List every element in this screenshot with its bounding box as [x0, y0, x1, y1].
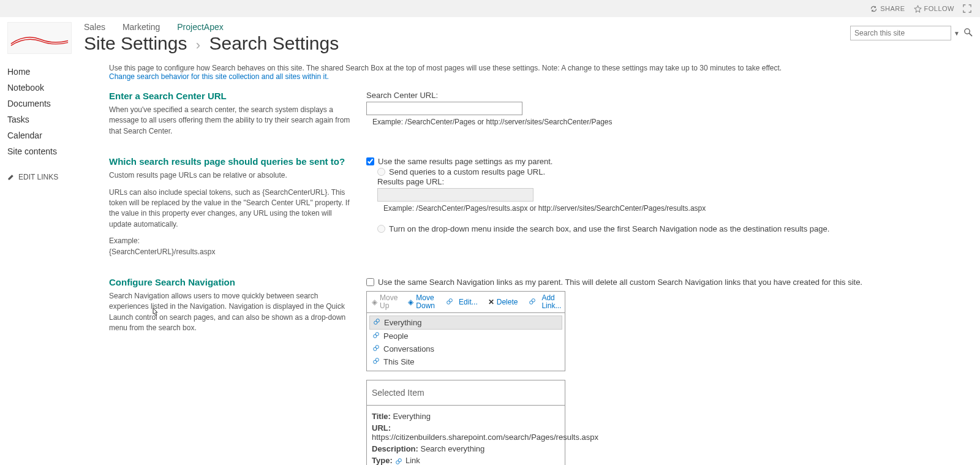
search-icon[interactable]: [963, 28, 973, 39]
sec1-label: Search Center URL:: [366, 91, 951, 100]
change-behavior-link[interactable]: Change search behavior for this site col…: [109, 72, 329, 81]
svg-point-9: [375, 333, 379, 336]
nav-same-as-parent-checkbox[interactable]: [366, 278, 374, 286]
intro-text: Use this page to configure how Search be…: [109, 64, 951, 81]
header: Sales Marketing ProjectApex Site Setting…: [0, 17, 980, 54]
dropdown-radio[interactable]: [377, 225, 385, 233]
sec1-title: Enter a Search Center URL: [109, 91, 354, 101]
sel-url-v: https://citizenbuilders.sharepoint.com/s…: [372, 433, 598, 442]
share-label: SHARE: [880, 5, 905, 12]
sel-title-k: Title:: [372, 412, 391, 421]
svg-point-11: [375, 346, 379, 349]
sel-type-v: Link: [405, 456, 420, 465]
add-l2: Link...: [541, 302, 561, 310]
breadcrumb-part1[interactable]: Site Settings: [84, 33, 187, 53]
custom-url-radio[interactable]: [377, 168, 385, 176]
follow-button[interactable]: FOLLOW: [914, 5, 954, 13]
sec1-hint: Example: /SearchCenter/Pages or http://s…: [366, 118, 951, 126]
nav-item-label: People: [383, 331, 408, 341]
nav-item-people[interactable]: People: [369, 330, 562, 342]
topnav-item-sales[interactable]: Sales: [84, 22, 105, 32]
use-parent-checkbox[interactable]: [366, 157, 374, 165]
search-center-url-input[interactable]: [366, 102, 522, 115]
search-scope-dropdown[interactable]: ▼: [954, 30, 960, 37]
nav-notebook[interactable]: Notebook: [7, 80, 99, 96]
nav-toolbar: ◈ Move Up ◈ MoveDown Edit... ✕ Delete: [366, 291, 565, 313]
nav-same-as-parent-label: Use the same Search Navigation links as …: [378, 278, 862, 287]
add-link-icon: [528, 297, 539, 308]
focus-icon[interactable]: [963, 4, 974, 13]
selected-item-panel: Selected Item Title: Everything URL:http…: [366, 380, 565, 465]
link-icon: [372, 331, 380, 341]
breadcrumb-sep: ›: [196, 37, 200, 53]
edit-label: Edit...: [459, 298, 478, 306]
svg-line-1: [969, 33, 972, 36]
site-search: ▼: [850, 26, 973, 40]
sec2-desc2: URLs can also include special tokens, su…: [109, 187, 354, 230]
add-link-button[interactable]: AddLink...: [523, 292, 567, 312]
nav-item-list: Everything People Conversations This Sit…: [366, 313, 565, 371]
topnav-item-projectapex[interactable]: ProjectApex: [177, 22, 223, 32]
section-results-page: Which search results page should queries…: [109, 156, 951, 263]
search-input[interactable]: [850, 26, 951, 40]
dropdown-label: Turn on the drop-down menu inside the se…: [389, 224, 829, 233]
suite-ribbon: SHARE FOLLOW: [0, 0, 980, 17]
edit-links-button[interactable]: EDIT LINKS: [7, 173, 99, 181]
move-up-button: ◈ Move Up: [367, 292, 403, 312]
site-logo[interactable]: [7, 22, 72, 54]
sec3-title: Configure Search Navigation: [109, 277, 354, 287]
top-nav: Sales Marketing ProjectApex: [84, 22, 973, 32]
svg-point-3: [449, 298, 452, 301]
nav-tasks[interactable]: Tasks: [7, 112, 99, 127]
results-url-input: [377, 188, 533, 202]
link-icon: [372, 357, 380, 367]
intro-body: Use this page to configure how Search be…: [109, 64, 782, 72]
move-down-l2: Down: [416, 302, 435, 310]
move-down-button[interactable]: ◈ MoveDown: [403, 292, 440, 312]
sec2-title: Which search results page should queries…: [109, 156, 354, 167]
delete-icon: ✕: [488, 298, 494, 306]
link-icon: [372, 344, 380, 354]
sec2-ex-label: Example:: [109, 236, 140, 245]
sec2-ex-value: {SearchCenterURL}/results.aspx: [109, 248, 215, 256]
use-parent-label: Use the same results page settings as my…: [378, 157, 552, 166]
svg-point-13: [375, 358, 379, 361]
sel-desc-v: Search everything: [420, 444, 484, 453]
arrow-down-icon: ◈: [408, 298, 413, 306]
svg-point-7: [376, 319, 379, 322]
sec3-desc: Search Navigation allows users to move q…: [109, 291, 354, 334]
nav-item-label: Everything: [384, 318, 421, 327]
topnav-item-marketing[interactable]: Marketing: [123, 22, 160, 32]
breadcrumb: Site Settings › Search Settings: [84, 33, 973, 54]
results-url-hint: Example: /SearchCenter/Pages/results.asp…: [377, 204, 951, 213]
sec2-desc3: Example: {SearchCenterURL}/results.aspx: [109, 236, 354, 257]
sec1-desc: When you've specified a search center, t…: [109, 105, 354, 137]
results-url-label: Results page URL:: [377, 177, 951, 186]
edit-links-label: EDIT LINKS: [18, 173, 58, 181]
move-up-label: Move Up: [380, 294, 398, 310]
nav-home[interactable]: Home: [7, 64, 99, 80]
sync-icon[interactable]: SHARE: [870, 5, 905, 13]
nav-item-conversations[interactable]: Conversations: [369, 342, 562, 355]
sec2-desc1: Custom results page URLs can be relative…: [109, 170, 354, 181]
nav-calendar[interactable]: Calendar: [7, 127, 99, 143]
section-search-nav: Configure Search Navigation Search Navig…: [109, 277, 951, 465]
nav-documents[interactable]: Documents: [7, 96, 99, 112]
selected-item-header: Selected Item: [367, 380, 565, 406]
edit-icon: [445, 297, 456, 308]
follow-label: FOLLOW: [924, 5, 954, 12]
nav-item-label: Conversations: [383, 344, 434, 353]
edit-button[interactable]: Edit...: [440, 292, 483, 312]
nav-item-everything[interactable]: Everything: [369, 316, 562, 330]
delete-button[interactable]: ✕ Delete: [483, 292, 524, 312]
sel-title-v: Everything: [393, 412, 430, 421]
sel-desc-k: Description:: [372, 444, 418, 453]
sel-type-k: Type:: [372, 456, 393, 465]
nav-item-this-site[interactable]: This Site: [369, 355, 562, 368]
arrow-up-icon: ◈: [372, 298, 377, 306]
section-search-center: Enter a Search Center URL When you've sp…: [109, 91, 951, 143]
nav-site-contents[interactable]: Site contents: [7, 143, 99, 159]
main-content: Use this page to configure how Search be…: [105, 64, 951, 465]
nav-item-label: This Site: [383, 357, 415, 366]
quick-launch: Home Notebook Documents Tasks Calendar S…: [7, 64, 105, 465]
